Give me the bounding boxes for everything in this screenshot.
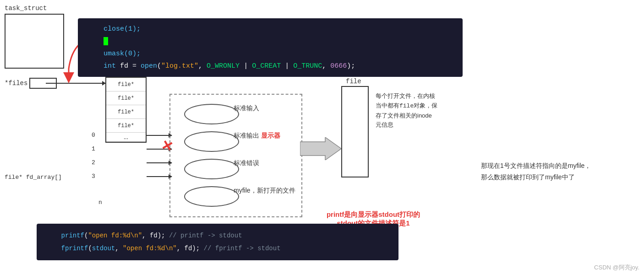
fd-array-label: file* fd_array[] [5,174,62,181]
right-desc-line2: 那么数据就被打印到了myfile中了 [481,172,618,183]
arrow-to-oval-2 [147,162,172,163]
csdn-watermark: CSDN @阿亮joy. [594,263,639,272]
index-2: 2 [92,156,95,169]
file-label: file [346,78,361,85]
code-line-int: int fd = open("log.txt", O_WRONLY | O_CR… [87,60,453,72]
file-desc-line1: 每个打开文件，在内核 [376,92,435,99]
task-struct-label: task_struct [5,5,47,12]
oval-stderr [184,159,239,179]
files-label: *files [5,80,27,87]
code-block-top: close(1); umask(0); int fd = open("log.t… [78,18,463,77]
file-desc-line4: 元信息 [376,121,393,128]
right-description: 那现在1号文件描述符指向的是myfile， 那么数据就被打印到了myfile中了 [481,160,618,183]
fs-row-ellipsis: ... [106,133,146,142]
files-connector-arrow [46,83,105,84]
task-struct-box [5,14,64,69]
file-description: 每个打开文件，在内核 当中都有file对象，保 存了文件相关的inode 元信息 [376,91,467,130]
index-labels: 0 1 2 3 [92,128,95,183]
oval-label-stdout-static: 标准输出 显示器 [234,132,280,140]
index-3: 3 [92,169,95,183]
file-desc-line2: 当中都有file对象，保 [376,102,437,109]
index-1: 1 [92,142,95,156]
code-bottom-line2: fprintf(stdout, "open fd:%d\n", fd); // … [46,242,389,255]
oval-label-stderr: 标准错误 [234,159,259,167]
file-box [341,86,369,177]
files-struct-box: file* file* file* file* ... [105,77,147,143]
right-desc-line1: 那现在1号文件描述符指向的是myfile， [481,160,618,172]
arrow-to-oval-0 [147,135,172,136]
code-line-umask: umask(0); [87,48,453,60]
oval-stdout [184,131,239,152]
svg-marker-0 [300,137,341,160]
printf-desc-line1: printf是向显示器stdout打印的 [302,210,444,219]
fs-row-3: file* [106,119,146,133]
index-0: 0 [92,128,95,142]
n-label: n [98,199,102,206]
arrow-to-oval-3 [147,176,172,177]
code-line-cursor [87,35,453,48]
oval-label-stdin: 标准输入 [234,104,259,113]
oval-label-myfile: myfile，新打开的文件 [234,187,295,195]
fs-row-1: file* [106,91,146,105]
file-desc-line3: 存了文件相关的inode [376,112,432,119]
code-bottom-line1: printf("open fd:%d\n", fd); // printf ->… [46,229,389,242]
code-block-bottom: printf("open fd:%d\n", fd); // printf ->… [37,224,398,260]
big-right-arrow [300,137,341,160]
fs-row-2: file* [106,105,146,119]
oval-stdin [184,104,239,124]
oval-myfile [184,186,239,207]
fs-row-0: file* [106,78,146,91]
oval-label-stdout-red: 显示器 [261,132,280,139]
code-line-close: close(1); [87,23,453,35]
